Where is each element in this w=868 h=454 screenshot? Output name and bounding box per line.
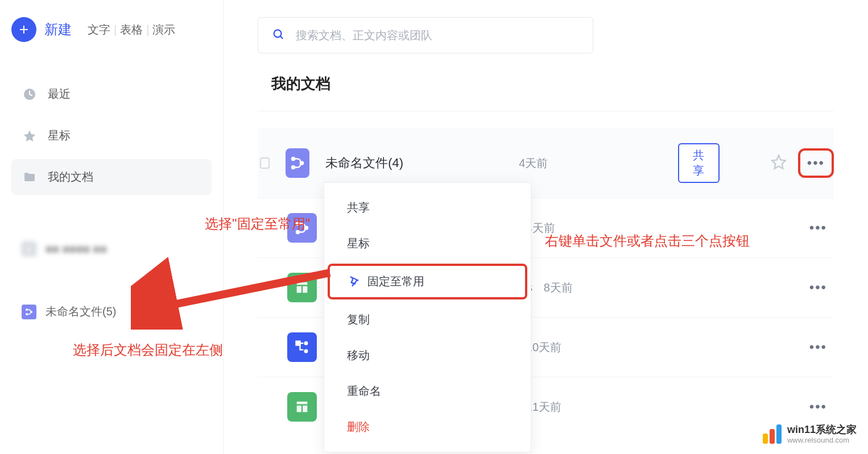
new-button[interactable]: + 新建 [11,17,72,42]
file-time: 8天前 [544,280,635,295]
new-label: 新建 [44,20,72,39]
file-time: 10天前 [526,340,617,355]
search-input[interactable] [296,29,579,42]
clock-icon [23,88,36,101]
menu-pin[interactable]: 固定至常用 [328,264,527,299]
svg-point-9 [296,231,299,234]
search-icon [272,28,284,43]
section-title: 我的文档 [271,74,834,94]
file-time: 11天前 [526,399,617,415]
svg-point-7 [300,162,303,165]
svg-point-13 [304,350,307,353]
svg-point-4 [274,30,281,38]
divider [258,111,834,111]
sheet-icon [287,392,317,422]
main-content: 我的文档 未命名文件(4) 4天前 共享 ••• [224,0,868,454]
svg-point-10 [305,227,308,230]
pinned-item[interactable]: 未命名文件(5) [11,297,212,326]
nav-mydocs-label: 我的文档 [48,169,93,185]
more-button[interactable]: ••• [803,394,834,419]
more-button[interactable]: ••• [803,335,834,360]
svg-point-5 [292,157,295,160]
menu-rename[interactable]: 重命名 [324,373,531,409]
file-name: 未命名文件(4) [325,155,519,172]
flow-icon [287,213,317,243]
mindmap-icon [287,332,317,362]
new-type-links: 文字 | 表格 | 演示 [88,22,175,38]
type-text[interactable]: 文字 [88,22,110,38]
type-sheet[interactable]: 表格 [120,22,143,38]
pinned-item-blurred[interactable]: ■ ■■ ■■■■ ■■ [11,235,212,263]
menu-share[interactable]: 共享 [324,190,531,226]
menu-move[interactable]: 移动 [324,338,531,373]
menu-copy[interactable]: 复制 [324,302,531,338]
nav-mydocs[interactable]: 我的文档 [11,159,212,195]
plus-icon: + [11,17,36,42]
search-wrap [258,17,834,53]
pin-icon [347,274,359,289]
sidebar: + 新建 文字 | 表格 | 演示 最近 星标 [0,0,224,454]
watermark-logo-icon [763,424,782,444]
sheet-icon [287,273,317,302]
file-time: 4天前 [526,220,617,236]
svg-point-1 [26,309,28,310]
watermark: win11系统之家 www.relsound.com [763,424,857,445]
flow-icon [22,305,36,319]
star-icon[interactable] [771,154,787,172]
nav-starred-label: 星标 [48,128,71,143]
context-menu: 共享 星标 固定至常用 复制 移动 重命名 删除 [324,182,531,452]
pinned-section: ■ ■■ ■■■■ ■■ 未命名文件(5) [11,235,212,326]
nav-starred[interactable]: 星标 [11,118,212,153]
more-button[interactable]: ••• [803,215,834,240]
search-box[interactable] [258,17,593,53]
file-icon: ■ [22,241,36,256]
watermark-url: www.relsound.com [787,436,857,445]
svg-point-8 [296,222,299,225]
star-icon [23,129,36,143]
menu-delete[interactable]: 删除 [324,409,531,445]
flow-icon [286,148,309,178]
share-button[interactable]: 共享 [678,143,720,183]
svg-point-6 [292,166,295,169]
svg-point-3 [31,311,32,313]
file-time: 4天前 [519,156,610,171]
more-button[interactable]: ••• [803,275,834,300]
sidebar-nav: 最近 星标 我的文档 [11,76,212,195]
svg-point-2 [26,313,28,315]
type-slide[interactable]: 演示 [152,22,175,38]
pinned-item-label: 未命名文件(5) [46,304,116,319]
row-checkbox[interactable] [260,157,270,169]
sidebar-header: + 新建 文字 | 表格 | 演示 [11,17,212,42]
nav-recent-label: 最近 [48,86,71,102]
svg-point-12 [304,342,307,345]
menu-star[interactable]: 星标 [324,226,531,261]
watermark-title: win11系统之家 [787,424,857,436]
more-button[interactable]: ••• [798,148,834,178]
folder-icon [23,170,36,184]
nav-recent[interactable]: 最近 [11,76,212,112]
